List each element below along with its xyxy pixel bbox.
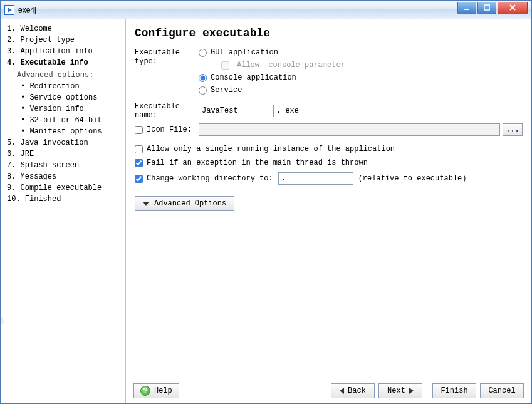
exec-name-row: Executable name: . exe (135, 102, 523, 120)
single-instance-row[interactable]: Allow only a single running instance of … (135, 145, 523, 153)
radio-gui[interactable] (199, 49, 207, 57)
change-wd-row[interactable]: Change working directory to: (relative t… (135, 172, 523, 185)
icon-file-label[interactable]: Icon File: (147, 125, 192, 134)
radio-service-item[interactable]: Service (199, 86, 345, 95)
content: Configure executable Executable type: GU… (126, 19, 531, 378)
single-instance-label[interactable]: Allow only a single running instance of … (147, 145, 395, 153)
help-button[interactable]: ? Help (133, 383, 179, 398)
checkbox-change-wd[interactable] (135, 175, 143, 183)
svg-marker-0 (8, 8, 12, 13)
radio-console[interactable] (199, 74, 207, 82)
allow-console-item: Allow -console parameter (221, 61, 345, 70)
chevron-down-icon (143, 202, 149, 206)
sidebar-step-7[interactable]: 7. Splash screen (7, 160, 123, 171)
back-label: Back (348, 386, 366, 395)
sidebar-step-6[interactable]: 6. JRE (7, 148, 123, 160)
radio-gui-label[interactable]: GUI application (211, 48, 278, 57)
window-title: exe4j (18, 6, 457, 14)
checkbox-allow-console (221, 61, 229, 70)
radio-gui-item[interactable]: GUI application (199, 48, 345, 57)
advanced-options-button[interactable]: Advanced Options (135, 196, 234, 211)
page-title: Configure executable (135, 27, 523, 39)
radio-service[interactable] (199, 86, 207, 95)
body: 1. Welcome2. Project type3. Application … (1, 19, 531, 403)
close-button[interactable] (498, 2, 528, 14)
exec-type-label: Executable type: (135, 48, 199, 66)
help-label: Help (154, 386, 172, 395)
exec-type-options: GUI application Allow -console parameter… (199, 48, 345, 95)
fail-exception-label[interactable]: Fail if an exception in the main thread … (147, 158, 368, 167)
watermark: exe4j (1, 313, 4, 403)
sidebar-advanced-header: Advanced options: (7, 68, 123, 81)
checkbox-single-instance[interactable] (135, 145, 143, 153)
icon-file-label-wrap[interactable]: Icon File: (135, 125, 199, 134)
exec-ext-label: . exe (276, 106, 299, 115)
next-label: Next (387, 386, 405, 395)
allow-console-label: Allow -console parameter (237, 61, 345, 70)
back-button[interactable]: Back (331, 383, 375, 398)
exec-type-row: Executable type: GUI application Allow -… (135, 48, 523, 95)
app-icon (4, 5, 14, 15)
icon-file-browse-button[interactable]: ... (503, 123, 523, 136)
title-bar[interactable]: exe4j (1, 1, 531, 19)
sidebar-advanced-item-2[interactable]: Service options (7, 92, 123, 103)
sidebar-step-3[interactable]: 3. Application info (7, 46, 123, 57)
exec-name-input[interactable] (199, 105, 274, 117)
icon-file-input[interactable] (199, 123, 500, 136)
exec-name-label: Executable name: (135, 102, 199, 120)
wd-input[interactable] (278, 172, 353, 185)
finish-button[interactable]: Finish (432, 383, 476, 398)
sidebar-step-1[interactable]: 1. Welcome (7, 23, 123, 34)
sidebar-step-4[interactable]: 4. Executable info (7, 57, 123, 68)
main-area: Configure executable Executable type: GU… (126, 19, 531, 403)
arrow-right-icon (409, 388, 414, 394)
help-icon: ? (140, 386, 150, 396)
svg-rect-1 (464, 9, 469, 10)
maximize-button[interactable] (477, 2, 496, 14)
checkbox-icon-file[interactable] (135, 126, 143, 134)
fail-exception-row[interactable]: Fail if an exception in the main thread … (135, 158, 523, 167)
sidebar-step-9[interactable]: 9. Compile executable (7, 182, 123, 194)
cancel-button[interactable]: Cancel (480, 383, 524, 398)
finish-label: Finish (441, 386, 467, 395)
arrow-left-icon (340, 388, 344, 394)
radio-console-item[interactable]: Console application (199, 73, 345, 82)
change-wd-label[interactable]: Change working directory to: (147, 174, 273, 183)
cancel-label: Cancel (488, 386, 515, 395)
svg-rect-2 (484, 5, 489, 10)
radio-console-label[interactable]: Console application (211, 73, 296, 82)
sidebar-advanced-item-4[interactable]: 32-bit or 64-bit (7, 115, 123, 126)
next-button[interactable]: Next (378, 383, 422, 398)
checkbox-fail-exception[interactable] (135, 159, 143, 167)
radio-service-label[interactable]: Service (211, 86, 242, 95)
wizard-sidebar: 1. Welcome2. Project type3. Application … (1, 19, 126, 403)
sidebar-advanced-item-5[interactable]: Manifest options (7, 126, 123, 137)
sidebar-step-8[interactable]: 8. Messages (7, 171, 123, 182)
sidebar-advanced-item-3[interactable]: Version info (7, 103, 123, 115)
sidebar-advanced-item-1[interactable]: Redirection (7, 81, 123, 92)
window-controls (457, 2, 528, 14)
sidebar-step-10[interactable]: 10. Finished (7, 194, 123, 205)
minimize-button[interactable] (457, 2, 476, 14)
icon-file-row: Icon File: ... (135, 123, 523, 136)
advanced-options-label: Advanced Options (154, 199, 226, 208)
footer: ? Help Back Next Finish Cancel (126, 378, 531, 403)
app-window: exe4j 1. Welcome2. Project type3. Applic… (0, 0, 532, 404)
sidebar-step-2[interactable]: 2. Project type (7, 34, 123, 46)
wd-hint: (relative to executable) (358, 174, 467, 183)
sidebar-step-5[interactable]: 5. Java invocation (7, 137, 123, 148)
